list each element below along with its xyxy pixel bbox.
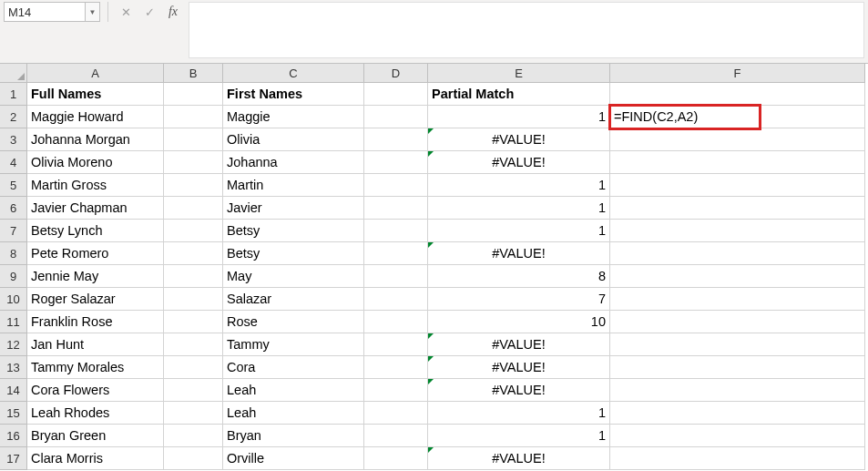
- row-header[interactable]: 8: [0, 242, 27, 265]
- row-header[interactable]: 5: [0, 174, 27, 197]
- row-header[interactable]: 10: [0, 288, 27, 311]
- cell-A10[interactable]: Roger Salazar: [27, 288, 164, 311]
- name-box-dropdown[interactable]: ▼: [86, 2, 100, 22]
- row-header[interactable]: 11: [0, 311, 27, 333]
- row-header[interactable]: 7: [0, 220, 27, 242]
- cell-C12[interactable]: Tammy: [223, 333, 364, 356]
- row-header[interactable]: 15: [0, 402, 27, 425]
- cell-D13[interactable]: [364, 356, 428, 379]
- cell-A7[interactable]: Betsy Lynch: [27, 220, 164, 242]
- cell-E4[interactable]: #VALUE!: [428, 151, 610, 174]
- row-header[interactable]: 12: [0, 333, 27, 356]
- cell-C17[interactable]: Orville: [223, 447, 364, 470]
- cell-B7[interactable]: [164, 220, 223, 242]
- cell-D8[interactable]: [364, 242, 428, 265]
- cell-F6[interactable]: [610, 197, 865, 220]
- cell-B6[interactable]: [164, 197, 223, 220]
- column-header-A[interactable]: A: [27, 64, 164, 83]
- cell-A8[interactable]: Pete Romero: [27, 242, 164, 265]
- row-header[interactable]: 2: [0, 106, 27, 128]
- cell-E1[interactable]: Partial Match: [428, 83, 610, 106]
- fx-icon[interactable]: fx: [163, 2, 183, 22]
- cell-C14[interactable]: Leah: [223, 379, 364, 402]
- cell-A11[interactable]: Franklin Rose: [27, 311, 164, 333]
- cell-C6[interactable]: Javier: [223, 197, 364, 220]
- cell-C5[interactable]: Martin: [223, 174, 364, 197]
- cell-D5[interactable]: [364, 174, 428, 197]
- select-all-corner[interactable]: [0, 64, 27, 83]
- cell-C4[interactable]: Johanna: [223, 151, 364, 174]
- cell-A1[interactable]: Full Names: [27, 83, 164, 106]
- cell-D12[interactable]: [364, 333, 428, 356]
- cell-F12[interactable]: [610, 333, 865, 356]
- cell-A15[interactable]: Leah Rhodes: [27, 402, 164, 425]
- cell-D16[interactable]: [364, 425, 428, 447]
- cell-F7[interactable]: [610, 220, 865, 242]
- row-header[interactable]: 1: [0, 83, 27, 106]
- cell-E3[interactable]: #VALUE!: [428, 128, 610, 151]
- cell-E6[interactable]: 1: [428, 197, 610, 220]
- cell-E14[interactable]: #VALUE!: [428, 379, 610, 402]
- cell-F8[interactable]: [610, 242, 865, 265]
- cell-B8[interactable]: [164, 242, 223, 265]
- column-header-D[interactable]: D: [364, 64, 428, 83]
- cell-B17[interactable]: [164, 447, 223, 470]
- cell-C13[interactable]: Cora: [223, 356, 364, 379]
- cell-E11[interactable]: 10: [428, 311, 610, 333]
- cell-C16[interactable]: Bryan: [223, 425, 364, 447]
- cell-E2[interactable]: 1: [428, 106, 610, 128]
- cell-A9[interactable]: Jennie May: [27, 265, 164, 288]
- cell-A13[interactable]: Tammy Morales: [27, 356, 164, 379]
- cell-F9[interactable]: [610, 265, 865, 288]
- enter-icon[interactable]: ✓: [139, 2, 159, 22]
- cell-B2[interactable]: [164, 106, 223, 128]
- cell-A3[interactable]: Johanna Morgan: [27, 128, 164, 151]
- cell-B12[interactable]: [164, 333, 223, 356]
- cell-B10[interactable]: [164, 288, 223, 311]
- row-header[interactable]: 4: [0, 151, 27, 174]
- cell-B3[interactable]: [164, 128, 223, 151]
- column-header-F[interactable]: F: [610, 64, 865, 83]
- row-header[interactable]: 3: [0, 128, 27, 151]
- cell-C2[interactable]: Maggie: [223, 106, 364, 128]
- cell-F10[interactable]: [610, 288, 865, 311]
- cell-D2[interactable]: [364, 106, 428, 128]
- cell-A17[interactable]: Clara Morris: [27, 447, 164, 470]
- cell-D6[interactable]: [364, 197, 428, 220]
- cell-E15[interactable]: 1: [428, 402, 610, 425]
- cell-E7[interactable]: 1: [428, 220, 610, 242]
- cell-F1[interactable]: [610, 83, 865, 106]
- cell-E16[interactable]: 1: [428, 425, 610, 447]
- cell-F11[interactable]: [610, 311, 865, 333]
- cell-B5[interactable]: [164, 174, 223, 197]
- name-box[interactable]: [4, 2, 86, 22]
- cancel-icon[interactable]: ✕: [116, 2, 136, 22]
- cell-C7[interactable]: Betsy: [223, 220, 364, 242]
- cell-B9[interactable]: [164, 265, 223, 288]
- cell-C11[interactable]: Rose: [223, 311, 364, 333]
- cell-F3[interactable]: [610, 128, 865, 151]
- cell-D17[interactable]: [364, 447, 428, 470]
- cell-F2[interactable]: =FIND(C2,A2): [610, 106, 865, 128]
- cell-A6[interactable]: Javier Chapman: [27, 197, 164, 220]
- cell-A5[interactable]: Martin Gross: [27, 174, 164, 197]
- cell-F5[interactable]: [610, 174, 865, 197]
- cell-D1[interactable]: [364, 83, 428, 106]
- cell-C15[interactable]: Leah: [223, 402, 364, 425]
- cell-D14[interactable]: [364, 379, 428, 402]
- cell-A12[interactable]: Jan Hunt: [27, 333, 164, 356]
- cell-D11[interactable]: [364, 311, 428, 333]
- cell-D9[interactable]: [364, 265, 428, 288]
- cell-D10[interactable]: [364, 288, 428, 311]
- cell-E13[interactable]: #VALUE!: [428, 356, 610, 379]
- cell-D15[interactable]: [364, 402, 428, 425]
- cell-F16[interactable]: [610, 425, 865, 447]
- cell-B11[interactable]: [164, 311, 223, 333]
- row-header[interactable]: 13: [0, 356, 27, 379]
- row-header[interactable]: 14: [0, 379, 27, 402]
- cell-F13[interactable]: [610, 356, 865, 379]
- cell-B15[interactable]: [164, 402, 223, 425]
- column-header-E[interactable]: E: [428, 64, 610, 83]
- cell-E12[interactable]: #VALUE!: [428, 333, 610, 356]
- cell-A4[interactable]: Olivia Moreno: [27, 151, 164, 174]
